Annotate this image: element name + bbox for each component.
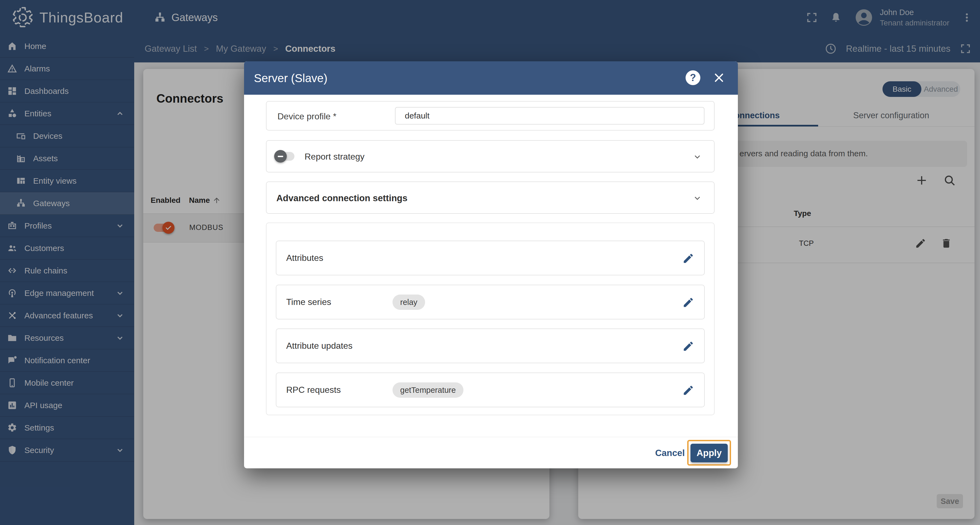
attribute-updates-row: Attribute updates bbox=[276, 328, 705, 363]
time-series-chip: relay bbox=[393, 295, 425, 310]
advanced-settings-label: Advanced connection settings bbox=[276, 193, 407, 203]
chevron-down-icon bbox=[693, 152, 702, 162]
device-profile-input[interactable] bbox=[395, 107, 705, 125]
cancel-button[interactable]: Cancel bbox=[652, 444, 688, 462]
report-strategy-label: Report strategy bbox=[305, 152, 364, 162]
data-mapping-group: Attributes Time series relay Attribute u… bbox=[266, 222, 714, 415]
rpc-requests-row: RPC requests getTemperature bbox=[276, 373, 705, 407]
edit-attributes-pencil-icon[interactable] bbox=[682, 252, 694, 265]
device-profile-group: Device profile * bbox=[266, 101, 714, 130]
dialog-footer: Cancel Apply bbox=[244, 437, 738, 469]
toggle-minus-icon bbox=[274, 150, 287, 163]
help-icon[interactable] bbox=[686, 70, 700, 85]
edit-attribute-updates-pencil-icon[interactable] bbox=[682, 340, 694, 352]
attributes-label: Attributes bbox=[286, 253, 393, 263]
device-profile-label: Device profile * bbox=[277, 111, 336, 122]
time-series-row: Time series relay bbox=[276, 285, 705, 319]
server-slave-dialog: Server (Slave) Device profile * Report s… bbox=[244, 61, 738, 468]
chevron-down-icon bbox=[693, 194, 702, 203]
rpc-requests-chip: getTemperature bbox=[393, 382, 463, 398]
apply-button[interactable]: Apply bbox=[690, 444, 728, 462]
attributes-row: Attributes bbox=[276, 241, 705, 275]
thingsboard-app: ThingsBoard Gateways bbox=[0, 0, 980, 525]
dialog-title: Server (Slave) bbox=[254, 72, 327, 85]
advanced-connection-settings-card[interactable]: Advanced connection settings bbox=[266, 181, 714, 214]
close-icon[interactable] bbox=[713, 72, 725, 84]
rpc-requests-label: RPC requests bbox=[286, 385, 393, 395]
dialog-header: Server (Slave) bbox=[244, 61, 738, 95]
attribute-updates-label: Attribute updates bbox=[286, 341, 393, 351]
time-series-label: Time series bbox=[286, 297, 393, 307]
report-strategy-card[interactable]: Report strategy bbox=[266, 140, 714, 173]
edit-time-series-pencil-icon[interactable] bbox=[682, 297, 694, 308]
edit-rpc-requests-pencil-icon[interactable] bbox=[682, 384, 694, 397]
